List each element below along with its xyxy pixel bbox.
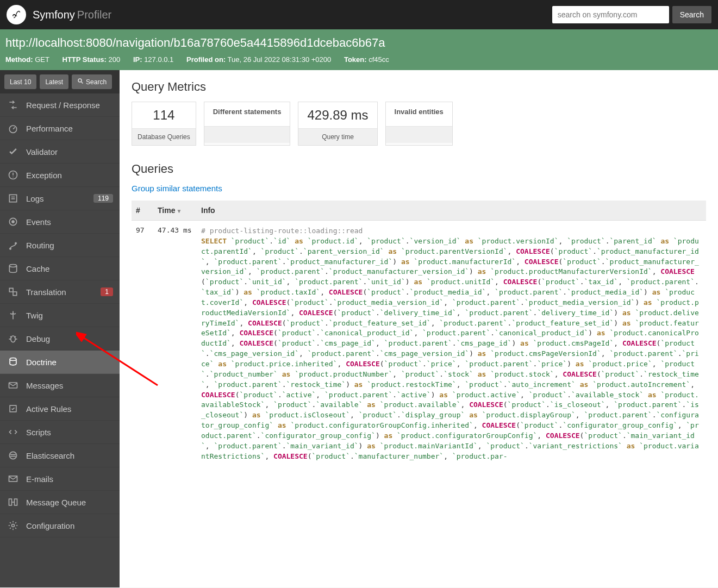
cache-icon [7, 263, 20, 274]
sidebar-item-label: Debug [26, 334, 113, 343]
sidebar-item-label: Performance [26, 124, 113, 133]
translation-icon [7, 286, 20, 297]
metric-database-queries: 114 Database Queries [132, 102, 196, 146]
sidebar-item-emails[interactable]: E-mails [0, 467, 120, 491]
svg-line-1 [82, 82, 83, 84]
sidebar-item-label: E-mails [26, 474, 113, 484]
sidebar-item-routing[interactable]: Routing [0, 234, 120, 257]
sidebar-item-scripts[interactable]: Scripts [0, 421, 120, 444]
sidebar-item-label: Messages [26, 381, 113, 390]
request-icon [7, 99, 20, 110]
sidebar-search-button[interactable]: Search [72, 74, 112, 89]
sidebar-item-active-rules[interactable]: Active Rules [0, 397, 120, 421]
sidebar-item-label: Translation [26, 287, 94, 297]
routing-icon [7, 240, 20, 251]
svg-rect-17 [15, 499, 17, 505]
sidebar-badge: 119 [93, 194, 113, 203]
active-rules-icon [7, 403, 20, 414]
sidebar-item-validator[interactable]: Validator [0, 140, 120, 164]
query-info: # product-listing-route::loading::read S… [197, 221, 706, 467]
debug-icon [7, 333, 20, 344]
search-icon [77, 78, 84, 86]
sidebar-item-twig[interactable]: Twig [0, 304, 120, 327]
sidebar: Last 10 Latest Search Request / Response… [0, 70, 120, 587]
validator-icon [7, 146, 20, 157]
sidebar-shortcuts: Last 10 Latest Search [0, 70, 120, 93]
sidebar-item-label: Active Rules [26, 404, 113, 414]
sidebar-item-label: Scripts [26, 428, 113, 437]
performance-icon [7, 123, 20, 134]
group-similar-link[interactable]: Group similar statements [132, 184, 222, 193]
query-row: 97 47.43 ms # product-listing-route::loa… [132, 221, 706, 467]
svg-point-7 [9, 248, 11, 249]
sidebar-item-exception[interactable]: Exception [0, 164, 120, 187]
latest-button[interactable]: Latest [40, 74, 68, 89]
sidebar-item-label: Request / Response [26, 101, 113, 110]
sidebar-item-request[interactable]: Request / Response [0, 93, 120, 117]
sidebar-item-label: Configuration [26, 521, 113, 530]
sidebar-item-elasticsearch[interactable]: Elasticsearch [0, 444, 120, 467]
sidebar-item-doctrine[interactable]: Doctrine [0, 351, 120, 374]
svg-point-11 [10, 358, 16, 361]
col-info[interactable]: Info [197, 201, 706, 221]
svg-point-18 [12, 524, 15, 527]
query-metrics-heading: Query Metrics [132, 80, 706, 94]
sidebar-item-configuration[interactable]: Configuration [0, 514, 120, 537]
metric-invalid-entities: Invalid entities [385, 102, 453, 146]
main-content: Query Metrics 114 Database Queries Diffe… [120, 70, 718, 587]
sidebar-item-label: Elasticsearch [26, 451, 113, 460]
elasticsearch-icon [7, 450, 20, 461]
col-time[interactable]: Time▼ [153, 201, 197, 221]
twig-icon [7, 310, 20, 321]
sidebar-item-label: Logs [26, 194, 87, 203]
sidebar-item-label: Exception [26, 171, 113, 180]
events-icon [7, 216, 20, 227]
query-time: 47.43 ms [153, 221, 197, 467]
topbar: SymfonyProfiler Search [0, 0, 718, 29]
svg-point-0 [78, 79, 82, 82]
summary-meta: Method: GET HTTP Status: 200 IP: 127.0.0… [5, 55, 713, 64]
sidebar-item-translation[interactable]: Translation1 [0, 280, 120, 304]
sidebar-item-label: Message Queue [26, 498, 113, 507]
svg-point-8 [15, 242, 16, 244]
svg-point-9 [9, 265, 16, 267]
sidebar-item-label: Doctrine [26, 358, 113, 367]
queries-heading: Queries [132, 162, 706, 176]
search-button[interactable]: Search [672, 6, 711, 23]
configuration-icon [7, 520, 20, 531]
logs-icon [7, 193, 20, 204]
sidebar-item-label: Routing [26, 241, 113, 250]
svg-point-14 [9, 452, 16, 459]
summary-bar: http://localhost:8080/navigation/b16a787… [0, 29, 718, 70]
scripts-icon [7, 427, 20, 437]
sidebar-item-performance[interactable]: Performance [0, 117, 120, 140]
metric-query-time: 429.89 ms Query time [298, 102, 377, 146]
sidebar-badge: 1 [101, 287, 113, 296]
profiled-url: http://localhost:8080/navigation/b16a787… [5, 36, 713, 50]
sidebar-item-events[interactable]: Events [0, 210, 120, 234]
symfony-logo [7, 5, 26, 24]
messages-icon [7, 380, 20, 391]
sidebar-item-label: Twig [26, 311, 113, 320]
doctrine-icon [7, 356, 20, 367]
sidebar-item-label: Events [26, 217, 113, 227]
queries-table: # Time▼ Info 97 47.43 ms # product-listi… [132, 201, 706, 467]
col-number[interactable]: # [132, 201, 153, 221]
exception-icon [7, 170, 20, 180]
sidebar-item-logs[interactable]: Logs119 [0, 187, 120, 210]
emails-icon [7, 473, 20, 484]
svg-rect-16 [9, 499, 12, 505]
sidebar-item-label: Validator [26, 147, 113, 157]
search-input[interactable] [552, 6, 669, 23]
last-10-button[interactable]: Last 10 [4, 74, 36, 89]
metrics-row: 114 Database Queries Different statement… [132, 102, 706, 146]
metric-different-statements: Different statements [204, 102, 291, 146]
sidebar-item-cache[interactable]: Cache [0, 257, 120, 280]
sidebar-item-message-queue[interactable]: Message Queue [0, 491, 120, 514]
message-queue-icon [7, 497, 20, 508]
sort-desc-icon: ▼ [176, 208, 182, 214]
brand-title: SymfonyProfiler [33, 9, 111, 21]
sidebar-item-debug[interactable]: Debug [0, 327, 120, 351]
sidebar-item-messages[interactable]: Messages [0, 374, 120, 397]
svg-point-5 [12, 221, 15, 223]
